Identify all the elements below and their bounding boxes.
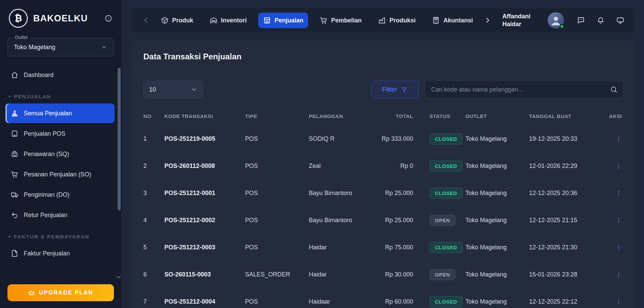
topnav-akuntansi[interactable]: Akuntansi	[427, 13, 478, 28]
table-header-row: NO KODE TRANSAKSI TIPE PELANGGAN TOTAL S…	[143, 107, 623, 126]
brand-logo-icon: ₿	[9, 9, 28, 28]
scrollbar-thumb[interactable]	[118, 68, 121, 210]
cell-status: OPEN	[418, 261, 465, 288]
topbar: Produk Inventori Penjualan Pembelian Pro…	[132, 8, 635, 33]
display-icon[interactable]	[614, 14, 626, 26]
cell-outlet: Toko Magelang	[465, 180, 529, 207]
chevron-down-icon	[190, 86, 197, 93]
row-actions-button[interactable]	[615, 244, 622, 251]
nav-scroll-right-icon[interactable]	[482, 15, 493, 26]
cell-no: 7	[143, 288, 164, 308]
nav-scroll-left-icon[interactable]	[140, 15, 151, 26]
sidebar-item-label: Pesanan Penjualan (SO)	[24, 171, 91, 178]
status-badge: OPEN	[429, 269, 456, 280]
sidebar-item-penawaran-sq[interactable]: Penawaran (SQ)	[5, 144, 115, 164]
cell-outlet: Toko Magelang	[465, 234, 529, 261]
col-header-pelanggan: PELANGGAN	[309, 107, 375, 126]
cell-pelanggan: Haidar	[309, 234, 375, 261]
row-actions-button[interactable]	[615, 299, 622, 305]
page-size-value: 10	[149, 86, 156, 93]
sidebar-item-semua-penjualan[interactable]: Semua Penjualan	[5, 103, 115, 123]
cell-aksi	[606, 180, 623, 207]
filter-button[interactable]: Filter	[371, 81, 419, 98]
status-badge: CLOSED	[429, 133, 463, 145]
cell-tipe: SALES_ORDER	[245, 261, 309, 288]
cell-pelanggan: Haidar	[309, 261, 375, 288]
cell-status: CLOSED	[418, 180, 465, 207]
cell-tanggal-buat: 12-12-2025 21:30	[529, 234, 606, 261]
app-root: ₿ BAKOELKU Outlet Toko Magelang Dashboar…	[0, 0, 644, 308]
col-header-tanggal: TANGGAL BUAT	[529, 107, 606, 126]
row-actions-button[interactable]	[615, 217, 622, 224]
topnav-penjualan[interactable]: Penjualan	[258, 13, 308, 28]
cell-aksi	[606, 234, 623, 261]
chat-icon[interactable]	[575, 14, 587, 26]
cell-aksi	[606, 126, 623, 153]
cell-status: CLOSED	[418, 288, 465, 308]
topnav-label: Produksi	[389, 17, 416, 24]
sidebar-item-penjualan-pos[interactable]: Penjualan POS	[5, 124, 115, 143]
outlet-select[interactable]: Outlet Toko Magelang	[7, 38, 114, 56]
cell-outlet: Toko Magelang	[465, 207, 529, 234]
sidebar-scrollbar[interactable]	[118, 68, 121, 276]
row-actions-button[interactable]	[615, 136, 622, 142]
topnav-label: Akuntansi	[443, 17, 473, 24]
upgrade-plan-button[interactable]: UPGRADE PLAN	[7, 284, 114, 301]
cell-no: 1	[143, 126, 164, 153]
outlet-label: Outlet	[13, 35, 30, 40]
col-header-total: TOTAL	[375, 107, 418, 126]
topnav-label: Penjualan	[275, 17, 303, 24]
sidebar-item-dashboard[interactable]: Dashboard	[5, 65, 115, 85]
table-row: 5 POS-251212-0003 POS Haidar Rp 75.000 C…	[143, 234, 623, 261]
page-size-select[interactable]: 10	[143, 81, 203, 98]
cell-kode-transaksi: POS-251212-0002	[164, 207, 245, 234]
table-controls: 10 Filter	[143, 81, 623, 98]
status-badge: CLOSED	[429, 160, 463, 172]
sidebar-section-penjualan: PENJUALAN	[9, 94, 112, 99]
cell-pelanggan: Bayu Bimantoro	[309, 207, 375, 234]
sidebar-toggle-icon[interactable]	[104, 14, 113, 22]
row-actions-button[interactable]	[615, 190, 622, 197]
home-icon	[11, 71, 19, 79]
sidebar-item-faktur-penjualan[interactable]: Faktur Penjualan	[5, 244, 115, 263]
bell-icon[interactable]	[595, 14, 607, 26]
funnel-icon	[401, 86, 408, 93]
sidebar-section-faktur: FAKTUR & PEMBAYARAN	[9, 234, 112, 239]
sidebar-item-pesanan-penjualan-so[interactable]: Pesanan Penjualan (SO)	[5, 165, 115, 184]
topnav-inventori[interactable]: Inventori	[205, 13, 251, 28]
cell-no: 5	[143, 234, 164, 261]
sidebar-item-pengiriman-do[interactable]: Pengiriman (DO)	[5, 185, 115, 205]
cash-register-icon	[11, 150, 19, 158]
search-input[interactable]	[425, 81, 623, 98]
main-column: Produk Inventori Penjualan Pembelian Pro…	[121, 0, 644, 308]
topnav-produk[interactable]: Produk	[156, 13, 198, 28]
cell-no: 3	[143, 180, 164, 207]
topnav-pembelian[interactable]: Pembelian	[315, 13, 366, 28]
row-actions-button[interactable]	[615, 163, 622, 170]
cell-tipe: POS	[245, 234, 309, 261]
filter-button-label: Filter	[382, 86, 397, 93]
topnav-produksi[interactable]: Produksi	[373, 13, 420, 28]
chevron-down-icon	[101, 44, 107, 51]
row-actions-button[interactable]	[615, 271, 622, 278]
cell-status: CLOSED	[418, 126, 465, 153]
cell-total: Rp 60.000	[375, 288, 418, 308]
invoice-icon	[11, 249, 19, 257]
status-badge: CLOSED	[429, 242, 463, 253]
sidebar-item-retur-penjualan[interactable]: Retur Penjualan	[5, 205, 115, 225]
col-header-kode: KODE TRANSAKSI	[164, 107, 245, 126]
status-badge: OPEN	[429, 215, 456, 226]
sidebar-item-label: Faktur Penjualan	[24, 250, 70, 257]
crown-icon	[28, 289, 35, 296]
col-header-no: NO	[143, 107, 164, 126]
cell-kode-transaksi: POS-251212-0004	[164, 288, 245, 308]
scrollbar-down-icon[interactable]	[115, 274, 122, 281]
calculator-icon	[432, 16, 440, 24]
cell-tipe: POS	[245, 126, 309, 153]
cell-no: 4	[143, 207, 164, 234]
cell-kode-transaksi: POS-260112-0008	[164, 153, 245, 180]
table-row: 6 SO-260115-0003 SALES_ORDER Haidar Rp 3…	[143, 261, 623, 288]
cell-kode-transaksi: POS-251219-0005	[164, 126, 245, 153]
avatar[interactable]	[548, 12, 564, 28]
cell-tanggal-buat: 15-01-2026 23:28	[529, 261, 606, 288]
